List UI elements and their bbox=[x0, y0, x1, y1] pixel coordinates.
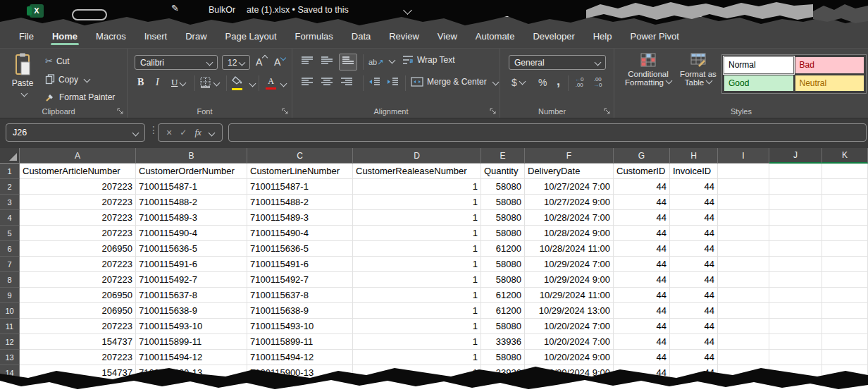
row-header-3[interactable]: 3 bbox=[0, 195, 20, 210]
cell-J6[interactable] bbox=[769, 241, 822, 257]
align-bottom-button[interactable] bbox=[339, 54, 357, 71]
fill-color-chevron-icon[interactable] bbox=[249, 80, 256, 87]
row-header-13[interactable]: 13 bbox=[0, 350, 20, 365]
cell-A7[interactable]: 207223 bbox=[20, 257, 136, 272]
font-color-chevron-icon[interactable] bbox=[280, 80, 287, 87]
tab-home[interactable]: Home bbox=[43, 27, 87, 48]
cell-K13[interactable] bbox=[822, 350, 868, 365]
cell-F12[interactable]: 10/20/2024 7:00 bbox=[525, 334, 614, 350]
cell-I2[interactable] bbox=[718, 179, 769, 195]
cell-D6[interactable]: 1 bbox=[353, 241, 481, 257]
cell-B3[interactable]: 7100115488-2 bbox=[136, 195, 247, 210]
cell-J12[interactable] bbox=[769, 334, 822, 350]
cell-E2[interactable]: 58080 bbox=[481, 179, 525, 195]
cell-I3[interactable] bbox=[718, 195, 769, 210]
cell-D1[interactable]: CustomerRealeaseNumber bbox=[353, 164, 481, 179]
paste-chevron-icon[interactable] bbox=[20, 90, 27, 97]
cell-G2[interactable]: 44 bbox=[614, 179, 670, 195]
percent-button[interactable]: % bbox=[538, 77, 547, 88]
cell-F5[interactable]: 10/28/2024 9:00 bbox=[525, 226, 614, 241]
cell-B13[interactable]: 7100115494-12 bbox=[136, 350, 247, 365]
cell-A3[interactable]: 207223 bbox=[20, 195, 136, 210]
tab-insert[interactable]: Insert bbox=[135, 27, 177, 48]
cell-F2[interactable]: 10/27/2024 7:00 bbox=[525, 179, 614, 195]
tab-macros[interactable]: Macros bbox=[87, 27, 135, 48]
cell-J10[interactable] bbox=[769, 303, 822, 319]
cell-H3[interactable]: 44 bbox=[670, 195, 718, 210]
row-header-6[interactable]: 6 bbox=[0, 241, 20, 257]
cell-F11[interactable]: 10/20/2024 7:00 bbox=[525, 319, 614, 334]
cell-A4[interactable]: 207223 bbox=[20, 210, 136, 226]
font-size-combo[interactable]: 12 bbox=[222, 55, 250, 70]
cell-C12[interactable]: 7100115899-11 bbox=[247, 334, 353, 350]
cell-D4[interactable]: 1 bbox=[353, 210, 481, 226]
cell-A5[interactable]: 207223 bbox=[20, 226, 136, 241]
cell-D5[interactable]: 1 bbox=[353, 226, 481, 241]
cell-C11[interactable]: 7100115493-10 bbox=[247, 319, 353, 334]
cell-B10[interactable]: 7100115638-9 bbox=[136, 303, 247, 319]
tab-formulas[interactable]: Formulas bbox=[286, 27, 342, 48]
cell-E3[interactable]: 58080 bbox=[481, 195, 525, 210]
cell-C6[interactable]: 7100115636-5 bbox=[247, 241, 353, 257]
cell-G4[interactable]: 44 bbox=[614, 210, 670, 226]
cell-D9[interactable]: 1 bbox=[353, 288, 481, 303]
cell-F1[interactable]: DeliveryDate bbox=[525, 164, 614, 179]
row-header-4[interactable]: 4 bbox=[0, 210, 20, 226]
tab-automate[interactable]: Automate bbox=[466, 27, 524, 48]
tab-power-pivot[interactable]: Power Pivot bbox=[621, 27, 688, 48]
cell-J1[interactable] bbox=[769, 164, 822, 179]
cell-C8[interactable]: 7100115492-7 bbox=[247, 272, 353, 288]
cell-G9[interactable]: 44 bbox=[614, 288, 670, 303]
column-header-H[interactable]: H bbox=[670, 148, 718, 164]
row-header-1[interactable]: 1 bbox=[0, 164, 20, 179]
row-header-7[interactable]: 7 bbox=[0, 257, 20, 272]
cell-K6[interactable] bbox=[822, 241, 868, 257]
cell-K4[interactable] bbox=[822, 210, 868, 226]
cell-F6[interactable]: 10/28/2024 11:00 bbox=[525, 241, 614, 257]
cell-I4[interactable] bbox=[718, 210, 769, 226]
cell-B11[interactable]: 7100115493-10 bbox=[136, 319, 247, 334]
cell-C4[interactable]: 7100115489-3 bbox=[247, 210, 353, 226]
autosave-toggle[interactable] bbox=[72, 9, 107, 20]
cell-H2[interactable]: 44 bbox=[670, 179, 718, 195]
cell-K5[interactable] bbox=[822, 226, 868, 241]
cell-J4[interactable] bbox=[769, 210, 822, 226]
fill-color-button[interactable] bbox=[232, 75, 243, 90]
cell-F4[interactable]: 10/28/2024 7:00 bbox=[525, 210, 614, 226]
cell-H12[interactable]: 44 bbox=[670, 334, 718, 350]
cell-K9[interactable] bbox=[822, 288, 868, 303]
cell-K7[interactable] bbox=[822, 257, 868, 272]
cell-C2[interactable]: 7100115487-1 bbox=[247, 179, 353, 195]
cell-I10[interactable] bbox=[718, 303, 769, 319]
cell-K2[interactable] bbox=[822, 179, 868, 195]
decrease-decimal-button[interactable]: .00→0 bbox=[593, 77, 602, 88]
font-dialog-launcher[interactable] bbox=[282, 108, 289, 115]
cell-H5[interactable]: 44 bbox=[670, 226, 718, 241]
cell-E7[interactable]: 58080 bbox=[481, 257, 525, 272]
shrink-font-button[interactable]: A bbox=[274, 56, 285, 68]
alignment-dialog-launcher[interactable] bbox=[490, 108, 497, 115]
cell-G7[interactable]: 44 bbox=[614, 257, 670, 272]
increase-indent-button[interactable] bbox=[387, 77, 399, 90]
column-header-B[interactable]: B bbox=[136, 148, 247, 164]
cell-G12[interactable]: 44 bbox=[614, 334, 670, 350]
cancel-icon[interactable]: × bbox=[166, 127, 172, 138]
cell-E4[interactable]: 58080 bbox=[481, 210, 525, 226]
cell-G13[interactable]: 44 bbox=[614, 350, 670, 365]
tab-file[interactable]: File bbox=[10, 27, 43, 48]
cell-H9[interactable]: 44 bbox=[670, 288, 718, 303]
cell-K8[interactable] bbox=[822, 272, 868, 288]
align-right-button[interactable] bbox=[340, 77, 353, 90]
comma-style-button[interactable]: , bbox=[557, 74, 560, 89]
row-header-8[interactable]: 8 bbox=[0, 272, 20, 288]
cell-H10[interactable]: 44 bbox=[670, 303, 718, 319]
cell-J11[interactable] bbox=[769, 319, 822, 334]
cell-I6[interactable] bbox=[718, 241, 769, 257]
copy-chevron-icon[interactable] bbox=[84, 76, 91, 83]
cell-A8[interactable]: 207223 bbox=[20, 272, 136, 288]
cell-I11[interactable] bbox=[718, 319, 769, 334]
grow-font-button[interactable]: A bbox=[256, 56, 267, 68]
cell-J8[interactable] bbox=[769, 272, 822, 288]
cell-D13[interactable]: 1 bbox=[353, 350, 481, 365]
cell-I8[interactable] bbox=[718, 272, 769, 288]
